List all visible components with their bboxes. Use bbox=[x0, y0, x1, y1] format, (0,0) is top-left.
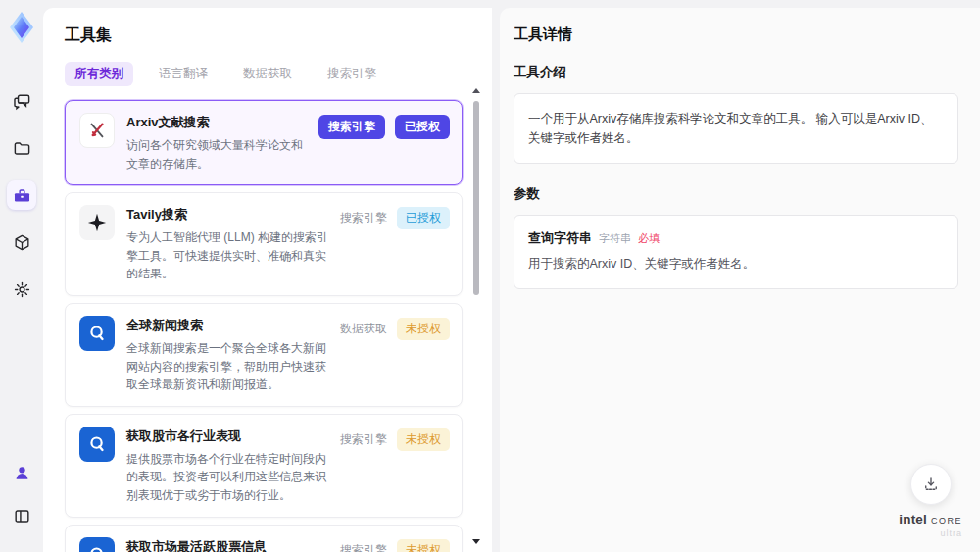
tool-category-badge: 搜索引擎 bbox=[340, 210, 387, 226]
category-tab[interactable]: 语言翻译 bbox=[149, 62, 218, 86]
tool-card[interactable]: Arxiv文献搜索 访问各个研究领域大量科学论文和文章的存储库。 搜索引擎 已授… bbox=[65, 100, 463, 185]
param-item: 查询字符串 字符串 必填 用于搜索的Arxiv ID、关键字或作者姓名。 bbox=[528, 229, 944, 273]
user-avatar-button[interactable] bbox=[7, 458, 36, 487]
tool-description: 访问各个研究领域大量科学论文和文章的存储库。 bbox=[126, 136, 307, 173]
sidebar-item-toolbox[interactable] bbox=[7, 180, 36, 210]
tool-name: Tavily搜索 bbox=[126, 206, 328, 224]
tool-text: 获取股市各行业表现 提供股票市场各个行业在特定时间段内的表现。投资者可以利用这些… bbox=[126, 427, 328, 505]
tool-text: 全球新闻搜索 全球新闻搜索是一个聚合全球各大新闻网站内容的搜索引擎，帮助用户快速… bbox=[126, 316, 328, 394]
tool-name: 获取股市各行业表现 bbox=[126, 427, 328, 445]
intro-text: 一个用于从Arxiv存储库搜索科学论文和文章的工具。 输入可以是Arxiv ID… bbox=[528, 109, 944, 148]
tool-description: 提供股票市场各个行业在特定时间段内的表现。投资者可以利用这些信息来识别表现优于或… bbox=[126, 450, 328, 505]
tool-status-badge: 已授权 bbox=[397, 207, 450, 229]
category-tabs: 所有类别语言翻译数据获取搜索引擎 bbox=[65, 62, 463, 86]
tavily-star-icon bbox=[86, 212, 108, 233]
sidebar-item-chat[interactable] bbox=[7, 86, 36, 116]
tool-card[interactable]: 获取市场最活跃股票信息 提供当天交易量最高的股票列表，投资者可以利用这些信息来识… bbox=[65, 525, 463, 552]
tool-icon bbox=[79, 537, 115, 552]
arxiv-logo-icon bbox=[86, 120, 108, 141]
tool-detail-panel: 工具详情 工具介绍 一个用于从Arxiv存储库搜索科学论文和文章的工具。 输入可… bbox=[500, 8, 980, 552]
tool-icon bbox=[79, 205, 115, 240]
param-name: 查询字符串 bbox=[528, 229, 592, 247]
download-icon bbox=[922, 476, 940, 493]
tool-name: Arxiv文献搜索 bbox=[126, 114, 307, 131]
page-title: 工具集 bbox=[65, 25, 463, 46]
news-search-icon bbox=[86, 544, 108, 552]
param-required-flag: 必填 bbox=[638, 231, 660, 246]
folder-icon bbox=[13, 139, 31, 158]
tool-text: Tavily搜索 专为人工智能代理 (LLM) 构建的搜索引擎工具。可快速提供实… bbox=[126, 205, 328, 283]
tool-icon bbox=[79, 113, 115, 148]
corner-widgets: intel core ultra bbox=[899, 464, 962, 538]
tool-card[interactable]: 获取股市各行业表现 提供股票市场各个行业在特定时间段内的表现。投资者可以利用这些… bbox=[65, 414, 463, 518]
app-logo[interactable] bbox=[7, 10, 36, 45]
sidebar bbox=[0, 0, 43, 552]
chat-icon bbox=[13, 92, 31, 111]
sidebar-item-settings[interactable] bbox=[7, 275, 36, 304]
tool-category-badge: 搜索引擎 bbox=[340, 431, 387, 448]
param-head: 查询字符串 字符串 必填 bbox=[528, 229, 944, 247]
tool-list: Arxiv文献搜索 访问各个研究领域大量科学论文和文章的存储库。 搜索引擎 已授… bbox=[65, 100, 463, 552]
sidebar-bottom bbox=[7, 458, 36, 530]
tool-description: 专为人工智能代理 (LLM) 构建的搜索引擎工具。可快速提供实时、准确和真实的结… bbox=[126, 228, 328, 283]
tool-status-badge: 已授权 bbox=[395, 115, 450, 139]
tool-meta: 搜索引擎 已授权 bbox=[318, 115, 450, 139]
sidebar-nav bbox=[7, 86, 36, 304]
tool-category-badge: 数据获取 bbox=[340, 321, 387, 337]
param-type: 字符串 bbox=[599, 231, 631, 246]
tool-name: 获取市场最活跃股票信息 bbox=[126, 538, 328, 552]
toolbox-icon bbox=[13, 186, 31, 205]
app-root: 工具集 所有类别语言翻译数据获取搜索引擎 bbox=[0, 0, 980, 552]
core-wordmark: core bbox=[931, 512, 962, 527]
intro-box: 一个用于从Arxiv存储库搜索科学论文和文章的工具。 输入可以是Arxiv ID… bbox=[514, 93, 958, 164]
tool-card[interactable]: 全球新闻搜索 全球新闻搜索是一个聚合全球各大新闻网站内容的搜索引擎，帮助用户快速… bbox=[65, 303, 463, 407]
tool-status-badge: 未授权 bbox=[397, 318, 450, 340]
tool-icon bbox=[79, 427, 115, 462]
list-scrollbar[interactable] bbox=[471, 88, 481, 544]
sidebar-item-folder[interactable] bbox=[7, 133, 36, 163]
intel-core-logo: intel core bbox=[899, 513, 962, 527]
tool-icon bbox=[79, 316, 115, 351]
gear-icon bbox=[13, 280, 31, 299]
tool-description: 全球新闻搜索是一个聚合全球各大新闻网站内容的搜索引擎，帮助用户快速获取全球最新资… bbox=[126, 339, 328, 394]
tool-status-badge: 未授权 bbox=[397, 428, 450, 451]
cube-icon bbox=[13, 233, 31, 252]
sidebar-item-packages[interactable] bbox=[7, 227, 36, 257]
category-tab[interactable]: 搜索引擎 bbox=[318, 62, 386, 86]
param-description: 用于搜索的Arxiv ID、关键字或作者姓名。 bbox=[528, 256, 944, 273]
scroll-up-arrow-icon[interactable] bbox=[472, 88, 480, 93]
logo-diamond-icon bbox=[8, 11, 35, 44]
tool-name: 全球新闻搜索 bbox=[126, 317, 328, 334]
tool-meta: 搜索引擎 已授权 bbox=[340, 207, 450, 229]
intro-heading: 工具介绍 bbox=[514, 64, 958, 81]
tools-panel: 工具集 所有类别语言翻译数据获取搜索引擎 bbox=[43, 8, 492, 552]
tool-meta: 数据获取 未授权 bbox=[340, 318, 450, 340]
tool-category-badge: 搜索引擎 bbox=[318, 115, 385, 139]
news-search-icon bbox=[86, 323, 108, 344]
tool-meta: 搜索引擎 未授权 bbox=[340, 428, 450, 451]
download-button[interactable] bbox=[910, 464, 952, 505]
category-tab[interactable]: 数据获取 bbox=[233, 62, 302, 86]
user-icon bbox=[13, 464, 31, 482]
tool-card[interactable]: Tavily搜索 专为人工智能代理 (LLM) 构建的搜索引擎工具。可快速提供实… bbox=[65, 192, 463, 296]
params-heading: 参数 bbox=[514, 185, 958, 203]
detail-title: 工具详情 bbox=[514, 25, 958, 44]
scroll-down-arrow-icon[interactable] bbox=[472, 539, 480, 544]
scrollbar-thumb[interactable] bbox=[473, 101, 479, 295]
intel-sub-label: ultra bbox=[899, 528, 962, 538]
tool-text: Arxiv文献搜索 访问各个研究领域大量科学论文和文章的存储库。 bbox=[126, 113, 307, 173]
panel-toggle-icon bbox=[13, 507, 31, 526]
tool-category-badge: 搜索引擎 bbox=[340, 542, 387, 552]
panel-toggle-button[interactable] bbox=[7, 501, 36, 530]
news-search-icon bbox=[86, 433, 108, 455]
intel-wordmark: intel bbox=[899, 512, 927, 527]
tool-status-badge: 未授权 bbox=[397, 539, 450, 552]
tool-meta: 搜索引擎 未授权 bbox=[340, 539, 450, 552]
tool-text: 获取市场最活跃股票信息 提供当天交易量最高的股票列表，投资者可以利用这些信息来识… bbox=[126, 537, 328, 552]
param-box: 查询字符串 字符串 必填 用于搜索的Arxiv ID、关键字或作者姓名。 bbox=[514, 215, 958, 289]
category-tab[interactable]: 所有类别 bbox=[65, 62, 133, 86]
